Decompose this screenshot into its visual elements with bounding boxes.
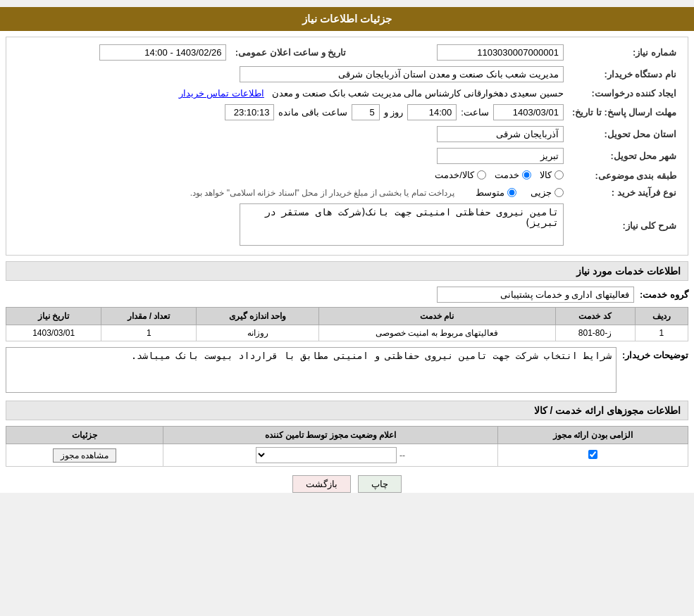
- response-date-value: 1403/03/01: [493, 104, 564, 120]
- purchase-type-label: نوع فرآیند خرید :: [568, 184, 681, 201]
- need-number-row: شماره نیاز: 1103030007000001 تاریخ و ساع…: [13, 42, 681, 63]
- main-info-section: شماره نیاز: 1103030007000001 تاریخ و ساع…: [6, 37, 688, 256]
- unit: روزانه: [197, 325, 318, 341]
- creator-label: ایجاد کننده درخواست:: [568, 85, 681, 101]
- page-header: جزئیات اطلاعات نیاز: [0, 7, 694, 31]
- category-radio-group: کالا خدمت کالا/خدمت: [435, 170, 564, 180]
- need-desc-textarea[interactable]: [240, 203, 564, 246]
- col-permit-required: الزامی بودن ارائه مجوز: [498, 427, 688, 444]
- permit-required-cell: [498, 444, 688, 467]
- col-service-name: نام خدمت: [318, 308, 555, 325]
- buyer-notes-section: توضیحات خریدار: document.querySelector('…: [6, 347, 688, 395]
- permits-section-title: اطلاعات مجوزهای ارائه خدمت / کالا: [6, 401, 688, 420]
- purchase-type-row: نوع فرآیند خرید : جزیی متوسط پرداخت تمام…: [13, 184, 681, 201]
- remaining-label: ساعت باقی مانده: [278, 107, 347, 118]
- category-kala-khadamat-radio[interactable]: [477, 170, 486, 180]
- need-date: 1403/03/01: [6, 325, 101, 341]
- info-table: شماره نیاز: 1103030007000001 تاریخ و ساع…: [13, 42, 681, 251]
- table-row: 1 ز-80-801 فعالیتهای مربوط به امنیت خصوص…: [6, 325, 688, 341]
- service-group-label: گروه خدمت:: [640, 289, 688, 300]
- print-button[interactable]: چاپ: [358, 475, 402, 493]
- table-row: -- مشاهده مجوز: [6, 444, 688, 467]
- service-code: ز-80-801: [555, 325, 635, 341]
- buyer-notes-textarea[interactable]: [6, 347, 616, 393]
- need-number-label: شماره نیاز:: [568, 42, 681, 63]
- need-number-value: 1103030007000001: [437, 44, 564, 61]
- purchase-note: پرداخت تمام یا بخشی از مبلغ خریدار از مح…: [190, 188, 454, 198]
- service-group-row: گروه خدمت: فعالیتهای اداری و خدمات پشتیب…: [6, 287, 688, 303]
- buyer-org-row: نام دستگاه خریدار: مدیریت شعب بانک صنعت …: [13, 63, 681, 85]
- row-num: 1: [635, 325, 688, 341]
- province-label: استان محل تحویل:: [568, 123, 681, 145]
- buyer-notes-label: توضیحات خریدار:: [622, 347, 688, 360]
- col-service-code: کد خدمت: [555, 308, 635, 325]
- col-row-num: ردیف: [635, 308, 688, 325]
- category-label: طبقه بندی موضوعی:: [568, 167, 681, 184]
- col-qty: تعداد / مقدار: [101, 308, 197, 325]
- city-label: شهر محل تحویل:: [568, 145, 681, 167]
- category-kala-item: کالا: [540, 170, 564, 180]
- remaining-time: 23:10:13: [225, 104, 274, 120]
- deadline-row-inline: 1403/03/01 ساعت: 14:00 روز و 5 ساعت باقی…: [18, 104, 564, 120]
- permits-header-row: الزامی بودن ارائه مجوز اعلام وضعیت مجوز …: [6, 427, 688, 444]
- response-deadline-label: مهلت ارسال پاسخ: تا تاریخ:: [568, 101, 681, 123]
- province-row: استان محل تحویل: آذربایجان شرقی: [13, 123, 681, 145]
- permits-table-head: الزامی بودن ارائه مجوز اعلام وضعیت مجوز …: [6, 427, 688, 444]
- col-details: جزئیات: [6, 427, 163, 444]
- col-unit: واحد اندازه گیری: [197, 308, 318, 325]
- announce-datetime-value: 1403/02/26 - 14:00: [99, 44, 226, 61]
- provider-status-value: --: [399, 451, 405, 460]
- category-khadamat-radio[interactable]: [522, 170, 531, 180]
- category-khadamat-item: خدمت: [495, 170, 531, 180]
- category-khadamat-label: خدمت: [495, 170, 519, 180]
- service-group-value: فعالیتهای اداری و خدمات پشتیبانی: [437, 287, 634, 303]
- services-table-body: 1 ز-80-801 فعالیتهای مربوط به امنیت خصوص…: [6, 325, 688, 341]
- permits-table: الزامی بودن ارائه مجوز اعلام وضعیت مجوز …: [6, 426, 688, 467]
- page-title: جزئیات اطلاعات نیاز: [302, 13, 392, 25]
- category-row: طبقه بندی موضوعی: کالا خدمت: [13, 167, 681, 184]
- view-permit-button[interactable]: مشاهده مجوز: [53, 448, 116, 463]
- response-time-value: 14:00: [407, 104, 457, 120]
- col-provider-status: اعلام وضعیت مجوز توسط تامین کننده: [163, 427, 497, 444]
- provider-status-select[interactable]: [256, 447, 397, 463]
- purchase-jozvi-radio[interactable]: [554, 188, 564, 197]
- need-desc-row: شرح کلی نیاز: document.querySelector('[d…: [13, 201, 681, 251]
- purchase-type-radio-group: جزیی متوسط پرداخت تمام یا بخشی از مبلغ خ…: [18, 187, 564, 198]
- city-value: تبریز: [437, 148, 564, 164]
- services-table-head: ردیف کد خدمت نام خدمت واحد اندازه گیری ت…: [6, 308, 688, 325]
- city-row: شهر محل تحویل: تبریز: [13, 145, 681, 167]
- category-kala-khadamat-item: کالا/خدمت: [435, 170, 486, 180]
- buyer-org-label: نام دستگاه خریدار:: [568, 63, 681, 85]
- days-value: 5: [352, 104, 380, 120]
- provider-status-cell: --: [163, 444, 497, 467]
- service-name: فعالیتهای مربوط به امنیت خصوصی: [318, 325, 555, 341]
- services-table-header-row: ردیف کد خدمت نام خدمت واحد اندازه گیری ت…: [6, 308, 688, 325]
- permits-table-body: -- مشاهده مجوز: [6, 444, 688, 467]
- need-desc-label: شرح کلی نیاز:: [568, 201, 681, 251]
- purchase-jozvi-label: جزیی: [531, 187, 552, 198]
- buyer-org-value: مدیریت شعب بانک صنعت و معدن استان آذربای…: [240, 66, 564, 82]
- qty: 1: [101, 325, 197, 341]
- creator-value: حسین سعیدی دهخوارقانی کارشناس مالی مدیری…: [272, 88, 564, 99]
- province-value: آذربایجان شرقی: [437, 126, 564, 142]
- creator-row: ایجاد کننده درخواست: حسین سعیدی دهخوارقا…: [13, 85, 681, 101]
- response-deadline-row: مهلت ارسال پاسخ: تا تاریخ: 1403/03/01 سا…: [13, 101, 681, 123]
- details-cell: مشاهده مجوز: [6, 444, 163, 467]
- category-kala-khadamat-label: کالا/خدمت: [435, 170, 474, 180]
- services-section-title: اطلاعات خدمات مورد نیاز: [6, 261, 688, 281]
- response-time-label: ساعت:: [461, 107, 489, 118]
- col-need-date: تاریخ نیاز: [6, 308, 101, 325]
- purchase-motavaset-item: متوسط: [476, 187, 516, 198]
- buttons-row: چاپ بازگشت: [0, 475, 694, 493]
- category-kala-radio[interactable]: [554, 170, 564, 180]
- announce-datetime-label: تاریخ و ساعت اعلان عمومی:: [230, 42, 350, 63]
- category-kala-label: کالا: [540, 170, 552, 180]
- back-button[interactable]: بازگشت: [292, 475, 351, 493]
- services-table: ردیف کد خدمت نام خدمت واحد اندازه گیری ت…: [6, 307, 688, 341]
- permit-required-checkbox[interactable]: [588, 450, 597, 459]
- purchase-jozvi-item: جزیی: [531, 187, 564, 198]
- purchase-motavaset-radio[interactable]: [507, 188, 516, 197]
- purchase-motavaset-label: متوسط: [476, 187, 504, 198]
- days-label: روز و: [384, 107, 404, 118]
- contact-link[interactable]: اطلاعات تماس خریدار: [179, 88, 264, 99]
